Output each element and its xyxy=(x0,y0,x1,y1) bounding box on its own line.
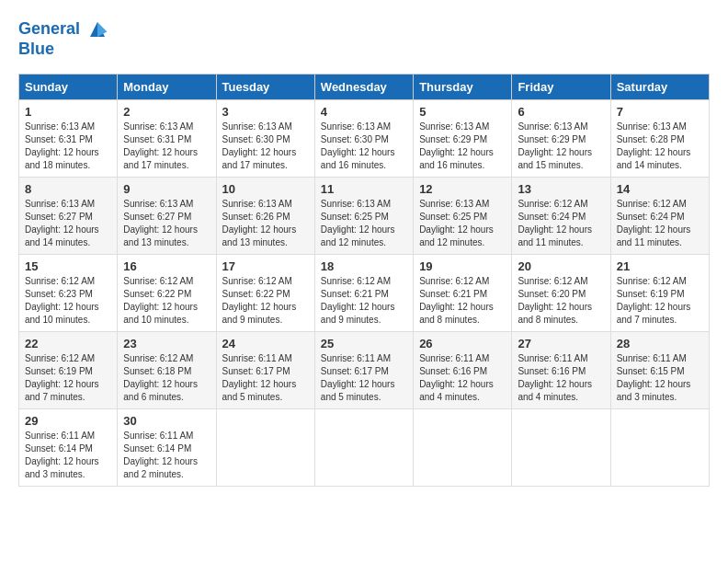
day-number: 8 xyxy=(25,182,111,196)
day-info: Sunrise: 6:13 AMSunset: 6:30 PMDaylight:… xyxy=(222,121,309,172)
calendar-cell: 1Sunrise: 6:13 AMSunset: 6:31 PMDaylight… xyxy=(19,99,118,177)
day-info: Sunrise: 6:12 AMSunset: 6:21 PMDaylight:… xyxy=(419,275,506,327)
day-number: 25 xyxy=(321,337,407,350)
day-number: 3 xyxy=(222,105,309,119)
calendar-body: 1Sunrise: 6:13 AMSunset: 6:31 PMDaylight… xyxy=(19,99,710,486)
calendar-cell: 28Sunrise: 6:11 AMSunset: 6:15 PMDayligh… xyxy=(610,331,709,408)
calendar-week-3: 15Sunrise: 6:12 AMSunset: 6:23 PMDayligh… xyxy=(19,254,710,331)
day-info: Sunrise: 6:13 AMSunset: 6:29 PMDaylight:… xyxy=(518,121,604,172)
calendar-cell xyxy=(414,408,512,486)
day-info: Sunrise: 6:13 AMSunset: 6:25 PMDaylight:… xyxy=(419,198,506,249)
logo-blue: Blue xyxy=(18,40,108,59)
logo-text: General xyxy=(18,18,108,40)
day-number: 16 xyxy=(123,259,210,273)
day-info: Sunrise: 6:12 AMSunset: 6:19 PMDaylight:… xyxy=(617,275,703,327)
day-number: 30 xyxy=(123,414,210,428)
calendar-cell: 5Sunrise: 6:13 AMSunset: 6:29 PMDaylight… xyxy=(414,99,512,177)
day-number: 14 xyxy=(617,182,703,196)
calendar-cell: 30Sunrise: 6:11 AMSunset: 6:14 PMDayligh… xyxy=(118,408,216,486)
day-info: Sunrise: 6:11 AMSunset: 6:15 PMDaylight:… xyxy=(617,352,703,404)
day-info: Sunrise: 6:11 AMSunset: 6:17 PMDaylight:… xyxy=(222,352,309,404)
calendar-cell: 11Sunrise: 6:13 AMSunset: 6:25 PMDayligh… xyxy=(314,177,413,254)
day-info: Sunrise: 6:12 AMSunset: 6:24 PMDaylight:… xyxy=(518,198,604,249)
day-info: Sunrise: 6:12 AMSunset: 6:18 PMDaylight:… xyxy=(123,352,210,404)
day-number: 23 xyxy=(123,337,210,350)
day-number: 11 xyxy=(321,182,407,196)
day-number: 17 xyxy=(222,259,309,273)
day-info: Sunrise: 6:13 AMSunset: 6:27 PMDaylight:… xyxy=(123,198,210,249)
calendar-week-4: 22Sunrise: 6:12 AMSunset: 6:19 PMDayligh… xyxy=(19,331,710,408)
calendar-cell: 26Sunrise: 6:11 AMSunset: 6:16 PMDayligh… xyxy=(414,331,512,408)
calendar-cell: 20Sunrise: 6:12 AMSunset: 6:20 PMDayligh… xyxy=(512,254,610,331)
day-number: 27 xyxy=(518,337,604,350)
weekday-header-monday: Monday xyxy=(118,74,216,99)
day-info: Sunrise: 6:12 AMSunset: 6:24 PMDaylight:… xyxy=(617,198,703,249)
day-number: 21 xyxy=(617,259,703,273)
calendar-cell: 8Sunrise: 6:13 AMSunset: 6:27 PMDaylight… xyxy=(19,177,118,254)
logo: General Blue xyxy=(18,18,108,59)
weekday-header-tuesday: Tuesday xyxy=(216,74,314,99)
calendar-cell xyxy=(216,408,314,486)
weekday-header-thursday: Thursday xyxy=(414,74,512,99)
calendar-cell xyxy=(314,408,413,486)
calendar-cell: 23Sunrise: 6:12 AMSunset: 6:18 PMDayligh… xyxy=(118,331,216,408)
day-info: Sunrise: 6:12 AMSunset: 6:22 PMDaylight:… xyxy=(123,275,210,327)
day-number: 15 xyxy=(25,259,111,273)
calendar-week-5: 29Sunrise: 6:11 AMSunset: 6:14 PMDayligh… xyxy=(19,408,710,486)
day-number: 29 xyxy=(25,414,111,428)
day-info: Sunrise: 6:12 AMSunset: 6:19 PMDaylight:… xyxy=(25,352,111,404)
day-number: 12 xyxy=(419,182,506,196)
day-info: Sunrise: 6:13 AMSunset: 6:27 PMDaylight:… xyxy=(25,198,111,249)
calendar-cell: 4Sunrise: 6:13 AMSunset: 6:30 PMDaylight… xyxy=(314,99,413,177)
day-info: Sunrise: 6:13 AMSunset: 6:28 PMDaylight:… xyxy=(617,121,703,172)
day-number: 1 xyxy=(25,105,111,119)
day-info: Sunrise: 6:12 AMSunset: 6:21 PMDaylight:… xyxy=(321,275,407,327)
calendar-cell: 21Sunrise: 6:12 AMSunset: 6:19 PMDayligh… xyxy=(610,254,709,331)
day-number: 24 xyxy=(222,337,309,350)
day-info: Sunrise: 6:12 AMSunset: 6:20 PMDaylight:… xyxy=(518,275,604,327)
calendar-cell: 6Sunrise: 6:13 AMSunset: 6:29 PMDaylight… xyxy=(512,99,610,177)
calendar-cell: 10Sunrise: 6:13 AMSunset: 6:26 PMDayligh… xyxy=(216,177,314,254)
day-number: 2 xyxy=(123,105,210,119)
page-header: General Blue xyxy=(18,18,710,59)
day-info: Sunrise: 6:12 AMSunset: 6:22 PMDaylight:… xyxy=(222,275,309,327)
calendar-cell xyxy=(512,408,610,486)
calendar-cell: 18Sunrise: 6:12 AMSunset: 6:21 PMDayligh… xyxy=(314,254,413,331)
calendar-table: SundayMondayTuesdayWednesdayThursdayFrid… xyxy=(18,74,710,487)
weekday-header-friday: Friday xyxy=(512,74,610,99)
calendar-cell: 24Sunrise: 6:11 AMSunset: 6:17 PMDayligh… xyxy=(216,331,314,408)
calendar-cell: 15Sunrise: 6:12 AMSunset: 6:23 PMDayligh… xyxy=(19,254,118,331)
day-number: 19 xyxy=(419,259,506,273)
day-number: 7 xyxy=(617,105,703,119)
calendar-cell: 9Sunrise: 6:13 AMSunset: 6:27 PMDaylight… xyxy=(118,177,216,254)
calendar-cell: 7Sunrise: 6:13 AMSunset: 6:28 PMDaylight… xyxy=(610,99,709,177)
calendar-cell: 16Sunrise: 6:12 AMSunset: 6:22 PMDayligh… xyxy=(118,254,216,331)
day-info: Sunrise: 6:11 AMSunset: 6:16 PMDaylight:… xyxy=(518,352,604,404)
day-number: 13 xyxy=(518,182,604,196)
calendar-week-1: 1Sunrise: 6:13 AMSunset: 6:31 PMDaylight… xyxy=(19,99,710,177)
calendar-cell: 27Sunrise: 6:11 AMSunset: 6:16 PMDayligh… xyxy=(512,331,610,408)
weekday-header-saturday: Saturday xyxy=(610,74,709,99)
weekday-header-wednesday: Wednesday xyxy=(314,74,413,99)
calendar-cell: 19Sunrise: 6:12 AMSunset: 6:21 PMDayligh… xyxy=(414,254,512,331)
day-info: Sunrise: 6:13 AMSunset: 6:25 PMDaylight:… xyxy=(321,198,407,249)
calendar-week-2: 8Sunrise: 6:13 AMSunset: 6:27 PMDaylight… xyxy=(19,177,710,254)
calendar-cell: 2Sunrise: 6:13 AMSunset: 6:31 PMDaylight… xyxy=(118,99,216,177)
weekday-header-row: SundayMondayTuesdayWednesdayThursdayFrid… xyxy=(19,74,710,99)
day-number: 26 xyxy=(419,337,506,350)
calendar-cell: 13Sunrise: 6:12 AMSunset: 6:24 PMDayligh… xyxy=(512,177,610,254)
day-info: Sunrise: 6:13 AMSunset: 6:29 PMDaylight:… xyxy=(419,121,506,172)
day-number: 5 xyxy=(419,105,506,119)
day-number: 9 xyxy=(123,182,210,196)
calendar-cell: 25Sunrise: 6:11 AMSunset: 6:17 PMDayligh… xyxy=(314,331,413,408)
day-number: 18 xyxy=(321,259,407,273)
day-info: Sunrise: 6:13 AMSunset: 6:31 PMDaylight:… xyxy=(25,121,111,172)
day-number: 4 xyxy=(321,105,407,119)
day-info: Sunrise: 6:12 AMSunset: 6:23 PMDaylight:… xyxy=(25,275,111,327)
day-number: 10 xyxy=(222,182,309,196)
weekday-header-sunday: Sunday xyxy=(19,74,118,99)
day-info: Sunrise: 6:13 AMSunset: 6:31 PMDaylight:… xyxy=(123,121,210,172)
day-info: Sunrise: 6:11 AMSunset: 6:16 PMDaylight:… xyxy=(419,352,506,404)
calendar-cell: 3Sunrise: 6:13 AMSunset: 6:30 PMDaylight… xyxy=(216,99,314,177)
calendar-cell xyxy=(610,408,709,486)
